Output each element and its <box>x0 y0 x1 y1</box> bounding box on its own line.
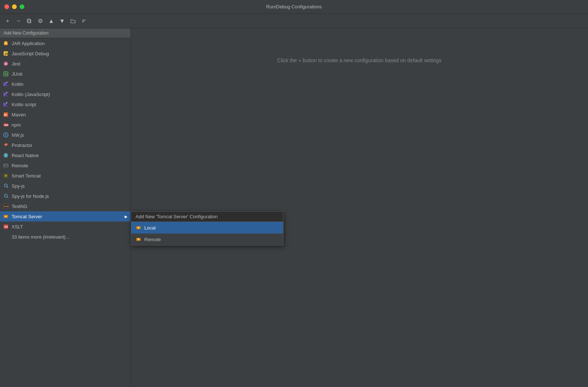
submenu-container: Add New 'Tomcat Server' Configuration Lo… <box>131 211 283 246</box>
tomcat-server-arrow-icon: ▶ <box>125 215 128 219</box>
config-item-javascript-debug[interactable]: JSJavaScript Debug <box>0 48 130 59</box>
config-item-nwjs[interactable]: NW.js <box>0 130 130 140</box>
svg-marker-19 <box>6 92 8 94</box>
config-item-smart-tomcat[interactable]: Smart Tomcat <box>0 171 130 181</box>
hint-text: Click the + button to create a new confi… <box>277 57 442 63</box>
svg-rect-6 <box>5 41 7 42</box>
npm-icon: npm <box>3 122 9 128</box>
svg-marker-16 <box>6 82 8 84</box>
svg-line-40 <box>7 187 8 188</box>
javascript-debug-label: JavaScript Debug <box>12 51 49 56</box>
config-item-jest[interactable]: JtJest <box>0 59 130 69</box>
config-item-xslt[interactable]: XSXSLT <box>0 222 130 232</box>
left-panel: Add New Configuration JAR ApplicationJSJ… <box>0 28 131 387</box>
npm-label: npm <box>12 122 21 128</box>
submenu-local-icon <box>136 225 141 231</box>
more-items-icon <box>3 234 9 240</box>
sort-button[interactable] <box>79 16 89 26</box>
move-up-button[interactable]: ▲ <box>47 16 56 26</box>
config-item-junit[interactable]: JUJUnit <box>0 69 130 79</box>
maven-icon: M <box>3 112 9 117</box>
svg-text:JU: JU <box>4 72 8 76</box>
config-item-spy-js[interactable]: Spy-js <box>0 181 130 191</box>
submenu-local-label: Local <box>144 225 156 231</box>
svg-rect-36 <box>4 165 6 165</box>
right-panel: Click the + button to create a new confi… <box>131 28 588 387</box>
junit-icon: JU <box>3 71 9 77</box>
copy-button[interactable] <box>25 16 34 26</box>
config-item-more-items[interactable]: 33 items more (irrelevant)... <box>0 232 130 242</box>
protractor-icon <box>3 142 9 148</box>
config-item-remote[interactable]: Remote <box>0 160 130 171</box>
spy-js-label: Spy-js <box>12 183 25 189</box>
submenu-remote-label: Remote <box>144 237 161 242</box>
panel-header: Add New Configuration <box>0 28 130 38</box>
config-item-maven[interactable]: MMaven <box>0 109 130 120</box>
config-item-tomcat-server[interactable]: Tomcat Server▶ <box>0 211 130 222</box>
config-list: JAR ApplicationJSJavaScript DebugJtJestJ… <box>0 38 130 242</box>
svg-point-37 <box>7 165 7 165</box>
folder-button[interactable] <box>68 16 78 26</box>
protractor-label: Protractor <box>12 143 32 148</box>
svg-rect-1 <box>27 19 30 22</box>
spy-js-node-icon <box>3 193 9 199</box>
svg-text:XS: XS <box>4 225 8 228</box>
svg-text:Jt: Jt <box>5 63 7 65</box>
remote-icon <box>3 163 9 168</box>
nwjs-icon <box>3 132 9 138</box>
kotlin-label: Kotlin <box>12 81 24 87</box>
xslt-icon: XS <box>3 224 9 230</box>
svg-text:NtG: NtG <box>4 205 8 208</box>
nwjs-label: NW.js <box>12 132 24 138</box>
svg-rect-35 <box>4 164 8 167</box>
svg-marker-22 <box>6 102 8 104</box>
submenu-item-local[interactable]: Local <box>131 222 283 234</box>
config-item-kotlin-script[interactable]: Kotlin script <box>0 99 130 109</box>
toolbar: + − ⚙ ▲ ▼ <box>0 14 588 28</box>
jar-application-icon <box>3 40 9 46</box>
config-item-npm[interactable]: npmnpm <box>0 120 130 130</box>
svg-text:JS: JS <box>4 52 8 56</box>
xslt-label: XSLT <box>12 224 23 230</box>
maximize-button[interactable] <box>20 4 24 9</box>
window-title: Run/Debug Configurations <box>266 4 322 9</box>
config-item-kotlin-javascript[interactable]: Kotlin (JavaScript) <box>0 89 130 99</box>
add-button[interactable]: + <box>3 16 12 26</box>
react-native-icon <box>3 152 9 158</box>
config-item-protractor[interactable]: Protractor <box>0 140 130 150</box>
config-item-testng[interactable]: NtGTestNG <box>0 201 130 211</box>
svg-point-50 <box>138 227 139 228</box>
svg-point-46 <box>5 216 7 217</box>
spy-js-icon <box>3 183 9 189</box>
jest-icon: Jt <box>3 61 9 67</box>
kotlin-icon <box>3 81 9 87</box>
config-item-react-native[interactable]: React Native <box>0 150 130 160</box>
move-down-button[interactable]: ▼ <box>57 16 67 26</box>
main-content: Add New Configuration JAR ApplicationJSJ… <box>0 28 588 387</box>
maven-label: Maven <box>12 112 26 117</box>
settings-button[interactable]: ⚙ <box>36 16 45 26</box>
svg-point-41 <box>4 194 7 197</box>
jest-label: Jest <box>12 61 20 67</box>
submenu-items: LocalRemote <box>131 222 283 245</box>
smart-tomcat-icon <box>3 173 9 179</box>
kotlin-javascript-icon <box>3 91 9 97</box>
jar-application-label: JAR Application <box>12 41 45 46</box>
svg-point-39 <box>4 184 7 187</box>
config-item-kotlin[interactable]: Kotlin <box>0 79 130 89</box>
submenu-header: Add New 'Tomcat Server' Configuration <box>131 212 283 222</box>
close-button[interactable] <box>4 4 9 9</box>
spy-js-node-label: Spy-js for Node.js <box>12 193 49 199</box>
tomcat-server-icon <box>3 214 9 219</box>
config-item-spy-js-node[interactable]: Spy-js for Node.js <box>0 191 130 201</box>
svg-point-52 <box>138 239 139 240</box>
javascript-debug-icon: JS <box>3 51 9 56</box>
svg-point-31 <box>5 155 7 156</box>
junit-label: JUnit <box>12 71 23 77</box>
minimize-button[interactable] <box>12 4 17 9</box>
submenu-item-remote[interactable]: Remote <box>131 234 283 245</box>
smart-tomcat-label: Smart Tomcat <box>12 173 41 179</box>
config-item-jar-application[interactable]: JAR Application <box>0 38 130 48</box>
svg-line-42 <box>7 197 8 198</box>
remove-button[interactable]: − <box>14 16 23 26</box>
